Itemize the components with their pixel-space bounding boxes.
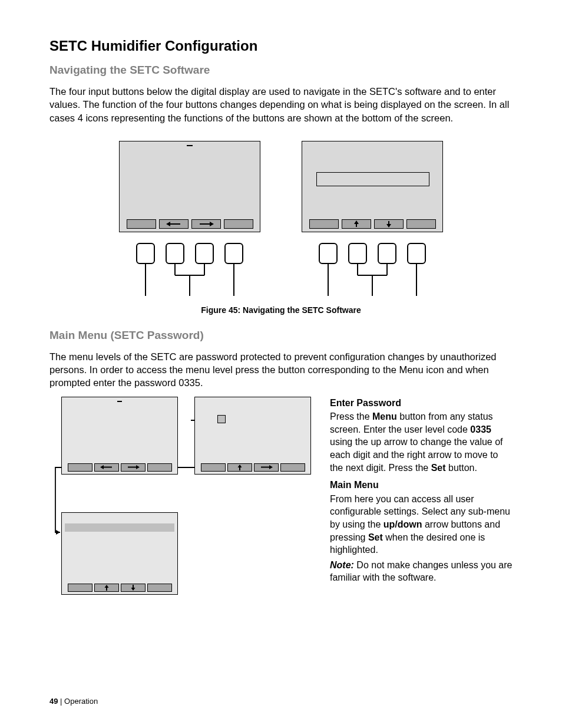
step-heading-main-menu: Main Menu [330, 479, 513, 492]
svg-marker-3 [210, 222, 214, 226]
figure-45 [49, 141, 513, 264]
step-text-enter-password: Press the Menu button from any status sc… [330, 410, 513, 474]
soft-button-row [195, 463, 310, 472]
page-title: SETC Humidifier Configuration [49, 38, 513, 54]
physical-button-row [302, 243, 443, 264]
soft-button-right [254, 463, 279, 472]
soft-button-up [342, 219, 371, 229]
page-footer: 49 | Operation [49, 697, 98, 706]
soft-button-blank [147, 584, 172, 592]
physical-button-row [119, 243, 260, 264]
step-text-main-menu: From here you can access all user config… [330, 493, 513, 556]
soft-button-blank [309, 219, 339, 229]
footer-section: Operation [64, 697, 98, 706]
arrow-left-icon [99, 465, 114, 470]
step-heading-enter-password: Enter Password [330, 397, 513, 410]
arrow-right-icon [259, 465, 274, 470]
menu-item-highlight [65, 523, 174, 532]
arrow-up-icon [352, 220, 361, 228]
digit-cursor [217, 415, 226, 423]
arrow-down-icon [385, 220, 393, 228]
set-label: Set [431, 463, 446, 473]
svg-marker-1 [166, 222, 170, 226]
footer-sep: | [58, 697, 64, 706]
two-column-layout: Enter Password Press the Menu button fro… [49, 397, 513, 587]
display-screen-left [119, 141, 260, 232]
soft-button-left [94, 463, 119, 472]
physical-button[interactable] [195, 243, 214, 264]
password-code: 0335 [470, 424, 491, 434]
page-number: 49 [49, 697, 58, 706]
step-note: Note: Do not make changes unless you are… [330, 559, 513, 584]
soft-button-blank [147, 463, 172, 472]
figure-caption: Figure 45: Navigating the SETC Software [49, 305, 513, 315]
soft-button-blank [201, 463, 226, 472]
left-column-screens [49, 397, 309, 587]
section-para-mainmenu: The menu levels of the SETC are password… [49, 350, 513, 390]
text-fragment: Press the [330, 411, 372, 421]
physical-button[interactable] [348, 243, 367, 264]
soft-button-down [121, 584, 146, 592]
soft-button-row [120, 219, 260, 229]
svg-marker-23 [100, 465, 104, 469]
display-screen-right [302, 141, 443, 232]
screen-group-left [119, 141, 260, 264]
soft-button-blank [224, 219, 253, 229]
soft-button-left [159, 219, 189, 229]
dash-icon [117, 401, 122, 402]
main-menu-screen [61, 512, 178, 595]
section-para-navigating: The four input buttons below the digital… [49, 85, 513, 124]
menu-label: Menu [372, 411, 397, 421]
soft-button-right [191, 219, 221, 229]
svg-marker-33 [131, 588, 135, 591]
soft-button-blank [127, 219, 156, 229]
soft-button-right [121, 463, 146, 472]
soft-button-row [62, 584, 177, 592]
soft-button-down [374, 219, 404, 229]
arrow-down-icon [130, 584, 137, 591]
updown-label: up/down [384, 519, 422, 529]
right-column-instructions: Enter Password Press the Menu button fro… [330, 397, 513, 587]
svg-marker-21 [56, 530, 60, 535]
svg-marker-27 [237, 465, 242, 467]
physical-button[interactable] [224, 243, 243, 264]
password-screen [194, 397, 311, 475]
note-label: Note: [330, 560, 354, 570]
physical-button[interactable] [378, 243, 396, 264]
screen-group-right [302, 141, 443, 264]
svg-marker-13 [386, 224, 391, 228]
svg-marker-11 [354, 220, 359, 224]
physical-button[interactable] [166, 243, 184, 264]
set-label: Set [368, 532, 383, 542]
section-heading-mainmenu: Main Menu (SETC Password) [49, 329, 513, 342]
soft-button-up [94, 584, 119, 592]
status-screen [61, 397, 178, 475]
physical-button[interactable] [319, 243, 338, 264]
note-text: Do not make changes unless you are famil… [330, 560, 513, 583]
highlight-bar [316, 172, 429, 186]
svg-marker-31 [104, 585, 108, 588]
soft-button-row [302, 219, 442, 229]
soft-button-blank [68, 584, 92, 592]
svg-marker-25 [136, 465, 140, 469]
arrow-right-icon [125, 465, 141, 470]
arrow-right-icon [197, 221, 215, 227]
physical-button[interactable] [407, 243, 426, 264]
soft-button-blank [406, 219, 436, 229]
svg-marker-29 [269, 465, 273, 469]
soft-button-blank [68, 463, 92, 472]
dash-icon [187, 145, 193, 146]
arrow-left-icon [165, 221, 183, 227]
physical-button[interactable] [136, 243, 155, 264]
soft-button-row [62, 463, 177, 472]
section-heading-navigating: Navigating the SETC Software [49, 64, 513, 77]
arrow-up-icon [236, 464, 243, 471]
soft-button-up [227, 463, 252, 472]
text-fragment: button. [446, 463, 477, 473]
soft-button-blank [280, 463, 305, 472]
arrow-up-icon [103, 584, 110, 591]
